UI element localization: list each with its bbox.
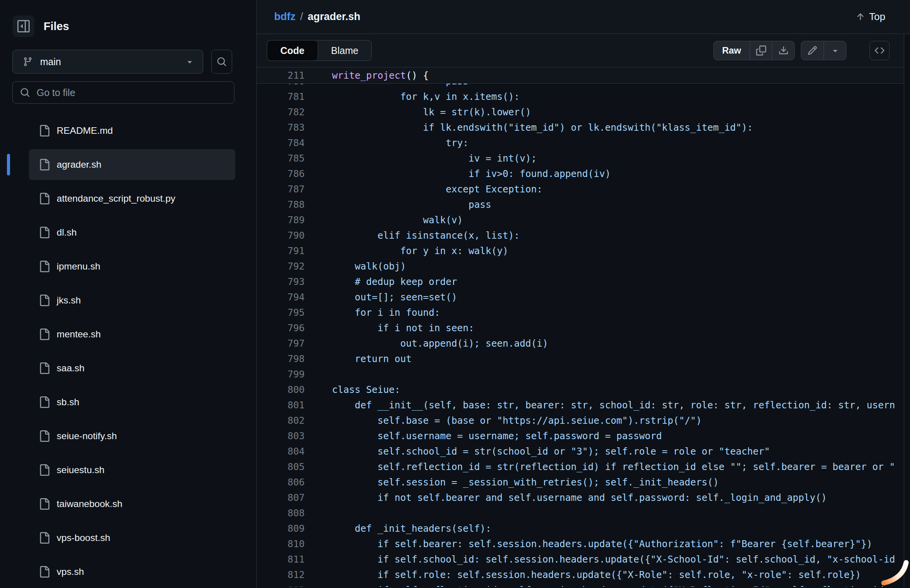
file-tree-item-seiuestu.sh[interactable]: seiuestu.sh xyxy=(29,455,235,485)
code-row: 811 if self.school_id: self.session.head… xyxy=(257,552,904,567)
go-to-file-input[interactable] xyxy=(12,81,234,104)
code-row: 783 if lk.endswith("item_id") or lk.ends… xyxy=(257,120,904,135)
code-row: 810 if self.bearer: self.session.headers… xyxy=(257,536,904,552)
line-number[interactable]: 788 xyxy=(257,197,305,212)
line-number[interactable]: 796 xyxy=(257,320,305,336)
breadcrumb-repo-link[interactable]: bdfz xyxy=(274,11,295,23)
file-icon xyxy=(39,193,50,204)
line-number[interactable]: 791 xyxy=(257,243,305,259)
tab-code[interactable]: Code xyxy=(267,40,318,61)
code-row: 789 walk(v) xyxy=(257,212,904,228)
copy-raw-content-button[interactable] xyxy=(750,41,772,60)
file-tree-item-mentee.sh[interactable]: mentee.sh xyxy=(29,319,235,350)
line-number[interactable]: 780 xyxy=(257,84,305,89)
back-to-top-label: Top xyxy=(869,11,885,23)
file-name: seiuestu.sh xyxy=(57,465,104,475)
line-number[interactable]: 811 xyxy=(257,552,305,567)
code-line: if iv>0: found.append(iv) xyxy=(305,166,904,182)
line-number[interactable]: 789 xyxy=(257,212,305,228)
code-row: 790 elif isinstance(x, list): xyxy=(257,228,904,243)
code-line: () { xyxy=(406,70,429,81)
line-number[interactable]: 211 xyxy=(257,67,305,83)
line-number[interactable]: 786 xyxy=(257,166,305,182)
line-number[interactable]: 785 xyxy=(257,151,305,166)
search-icon xyxy=(20,88,30,98)
code-line: if self.school_id: self.session.headers.… xyxy=(305,552,904,567)
collapse-sidebar-button[interactable] xyxy=(13,15,34,37)
file-tree-item-taiwanebook.sh[interactable]: taiwanebook.sh xyxy=(29,489,235,519)
code-line: def _init_headers(self): xyxy=(305,521,904,536)
search-this-repository-button[interactable] xyxy=(211,50,232,74)
line-number[interactable]: 798 xyxy=(257,351,305,367)
line-number[interactable]: 795 xyxy=(257,305,305,320)
file-tree-item-agrader.sh[interactable]: agrader.sh xyxy=(29,149,235,180)
raw-button[interactable]: Raw xyxy=(714,41,750,60)
code-line: self.session = _session_with_retries(); … xyxy=(305,475,904,490)
line-number[interactable]: 782 xyxy=(257,104,305,120)
file-icon xyxy=(39,464,50,476)
line-number[interactable]: 784 xyxy=(257,135,305,151)
file-tree-item-seiue-notify.sh[interactable]: seiue-notify.sh xyxy=(29,421,235,452)
file-tree-item-dl.sh[interactable]: dl.sh xyxy=(29,217,235,248)
file-tree-item-vps-boost.sh[interactable]: vps-boost.sh xyxy=(29,522,235,553)
line-number[interactable]: 800 xyxy=(257,382,305,398)
file-name: dl.sh xyxy=(57,227,77,238)
branch-selector[interactable]: main xyxy=(12,50,203,74)
line-number[interactable]: 809 xyxy=(257,521,305,536)
code-row: 800 class Seiue: xyxy=(257,382,904,398)
line-number[interactable]: 793 xyxy=(257,274,305,290)
edit-file-button[interactable] xyxy=(801,41,824,60)
line-number[interactable]: 803 xyxy=(257,428,305,444)
code-row: 788 pass xyxy=(257,197,904,212)
file-name: mentee.sh xyxy=(57,329,101,340)
line-number[interactable]: 794 xyxy=(257,290,305,305)
line-number[interactable]: 797 xyxy=(257,336,305,351)
file-tree-item-sb.sh[interactable]: sb.sh xyxy=(29,387,235,418)
line-number[interactable]: 813 xyxy=(257,583,305,587)
line-number[interactable]: 810 xyxy=(257,536,305,552)
tab-blame[interactable]: Blame xyxy=(318,40,372,61)
code-line: # dedup keep order xyxy=(305,274,904,290)
line-number[interactable]: 790 xyxy=(257,228,305,243)
line-number[interactable]: 807 xyxy=(257,490,305,505)
sticky-function-header: 211 write_project() { xyxy=(257,67,904,84)
copy-icon xyxy=(756,45,766,56)
file-tree-item-ipmenu.sh[interactable]: ipmenu.sh xyxy=(29,251,235,282)
symbols-panel-button[interactable] xyxy=(870,41,890,60)
code-row: 785 iv = int(v); xyxy=(257,151,904,166)
sidebar-collapse-icon xyxy=(17,20,30,32)
code-blame-switch: Code Blame xyxy=(267,40,372,61)
file-tree-item-vps.sh[interactable]: vps.sh xyxy=(29,556,235,587)
code-line: class Seiue: xyxy=(305,382,904,398)
line-number[interactable]: 808 xyxy=(257,505,305,521)
file-tree-item-attendance_script_robust.py[interactable]: attendance_script_robust.py xyxy=(29,183,235,214)
line-number[interactable]: 806 xyxy=(257,475,305,490)
line-number[interactable]: 799 xyxy=(257,367,305,382)
line-number[interactable]: 802 xyxy=(257,413,305,428)
file-icon xyxy=(39,227,50,238)
line-number[interactable]: 792 xyxy=(257,259,305,274)
code-row: 808 xyxy=(257,505,904,521)
line-number[interactable]: 781 xyxy=(257,89,305,104)
pencil-icon xyxy=(807,45,817,56)
file-header: bdfz / agrader.sh Top xyxy=(257,0,910,34)
line-number[interactable]: 812 xyxy=(257,567,305,583)
breadcrumb-separator: / xyxy=(300,11,303,23)
file-tree-item-saa.sh[interactable]: saa.sh xyxy=(29,353,235,384)
download-raw-file-button[interactable] xyxy=(772,41,794,60)
raw-copy-download-group: Raw xyxy=(713,41,795,60)
line-number[interactable]: 787 xyxy=(257,182,305,197)
git-branch-icon xyxy=(23,57,33,67)
file-tree-item-README.md[interactable]: README.md xyxy=(29,115,235,146)
line-number[interactable]: 801 xyxy=(257,398,305,413)
line-number[interactable]: 783 xyxy=(257,120,305,135)
code-line: if self.bearer: self.session.headers.upd… xyxy=(305,536,904,552)
edit-options-dropdown[interactable] xyxy=(824,41,846,60)
back-to-top-button[interactable]: Top xyxy=(855,11,885,23)
line-number[interactable]: 804 xyxy=(257,444,305,459)
file-tree-item-jks.sh[interactable]: jks.sh xyxy=(29,285,235,316)
code-line: return out xyxy=(305,351,904,367)
line-number[interactable]: 805 xyxy=(257,459,305,475)
code-lines: 781 for k,v in x.items(): 782 lk = str(k… xyxy=(257,89,904,587)
code-line: def __init__(self, base: str, bearer: st… xyxy=(305,398,904,413)
